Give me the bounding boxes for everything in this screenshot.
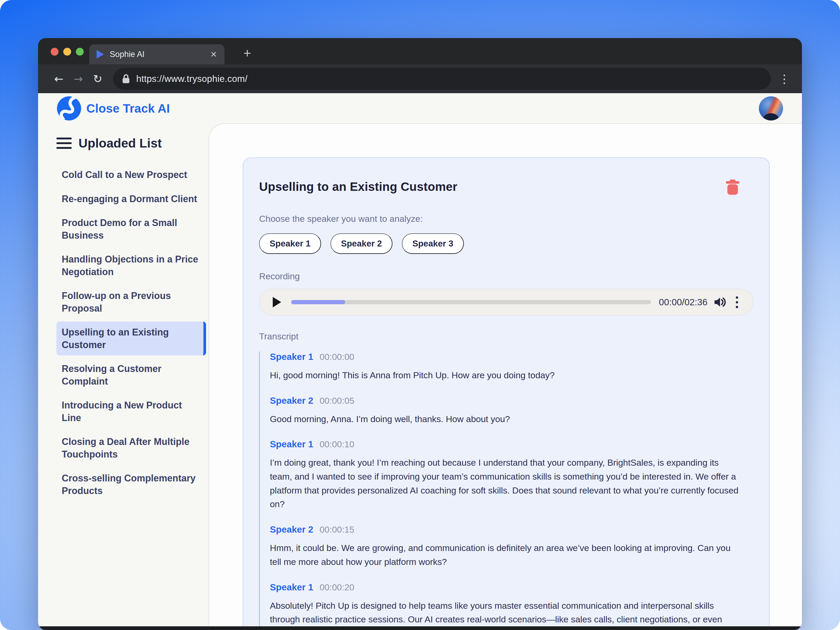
main-panel: Upselling to an Existing Customer Choose… <box>209 123 802 626</box>
forward-icon[interactable]: → <box>68 73 88 85</box>
transcript-entry: Speaker 1 00:00:10 I’m doing great, than… <box>270 439 753 511</box>
close-window-button[interactable] <box>51 48 58 56</box>
transcript: Speaker 1 00:00:00 Hi, good morning! Thi… <box>259 352 753 626</box>
transcript-speaker: Speaker 1 <box>270 352 313 362</box>
transcript-entry: Speaker 1 00:00:20 Absolutely! Pitch Up … <box>270 582 753 627</box>
transcript-text: Good morning, Anna. I’m doing well, than… <box>270 412 742 426</box>
user-avatar[interactable] <box>759 96 783 120</box>
sidebar-item[interactable]: Product Demo for a Small Business <box>57 212 206 246</box>
window-controls <box>51 48 84 56</box>
back-icon[interactable]: ← <box>49 73 68 85</box>
browser-tab-strip: Sophie AI ✕ + <box>38 38 802 64</box>
browser-toolbar: ← → ↻ https://www.trysophie.com/ ⋮ <box>38 64 802 93</box>
sidebar-item[interactable]: Re-engaging a Dormant Client <box>57 188 206 210</box>
uploaded-list: Cold Call to a New ProspectRe-engaging a… <box>57 164 206 501</box>
speaker-buttons: Speaker 1Speaker 2Speaker 3 <box>259 234 753 254</box>
speaker-button[interactable]: Speaker 2 <box>330 234 392 254</box>
sidebar-item[interactable]: Closing a Deal After Multiple Touchpoint… <box>57 431 206 465</box>
sidebar-item[interactable]: Introducing a New Product Line <box>57 395 206 428</box>
new-tab-button[interactable]: + <box>238 44 256 62</box>
reload-icon[interactable]: ↻ <box>88 73 107 85</box>
brand-logo-icon <box>57 96 81 120</box>
audio-player: 00:00/02:36 <box>259 289 753 316</box>
transcript-label: Transcript <box>259 331 753 341</box>
player-menu-icon[interactable] <box>736 296 738 308</box>
url-text: https://www.trysophie.com/ <box>136 74 248 84</box>
sidebar-item[interactable]: Resolving a Customer Complaint <box>57 358 206 392</box>
speaker-button[interactable]: Speaker 1 <box>259 234 321 254</box>
choose-speaker-label: Choose the speaker you want to analyze: <box>259 214 753 224</box>
volume-icon[interactable] <box>714 297 726 308</box>
transcript-timestamp: 00:00:15 <box>319 524 354 535</box>
minimize-window-button[interactable] <box>63 48 71 56</box>
play-icon[interactable] <box>273 297 281 307</box>
tab-title: Sophie AI <box>110 50 145 59</box>
transcript-timestamp: 00:00:20 <box>319 582 354 592</box>
playback-time: 00:00/02:36 <box>659 297 707 307</box>
tab-favicon-play-icon <box>96 50 104 58</box>
transcript-speaker: Speaker 1 <box>270 439 313 449</box>
transcript-entry: Speaker 2 00:00:05 Good morning, Anna. I… <box>270 395 753 426</box>
transcript-speaker: Speaker 1 <box>270 582 313 592</box>
transcript-entry: Speaker 2 00:00:15 Hmm, it could be. We … <box>270 524 753 568</box>
browser-window: Sophie AI ✕ + ← → ↻ https://www.trysophi… <box>38 38 802 630</box>
progress-fill <box>291 300 345 304</box>
uploaded-list-sidebar: Uploaded List Cold Call to a New Prospec… <box>38 123 209 626</box>
hamburger-menu-icon[interactable] <box>57 137 72 149</box>
app-header: Close Track AI <box>38 93 802 123</box>
transcript-text: Hi, good morning! This is Anna from Pitc… <box>270 368 742 382</box>
brand-name: Close Track AI <box>86 101 170 115</box>
transcript-text: Absolutely! Pitch Up is designed to help… <box>270 599 742 627</box>
lock-icon <box>122 74 130 84</box>
recording-card: Upselling to an Existing Customer Choose… <box>243 158 770 626</box>
sidebar-item[interactable]: Cross-selling Complementary Products <box>57 467 206 501</box>
browser-menu-icon[interactable]: ⋮ <box>778 72 791 85</box>
recording-title: Upselling to an Existing Customer <box>259 180 457 194</box>
sidebar-title: Uploaded List <box>79 136 162 150</box>
transcript-timestamp: 00:00:05 <box>319 396 354 406</box>
web-page: Close Track AI Uploaded List Cold Call t… <box>38 93 802 626</box>
sidebar-item[interactable]: Cold Call to a New Prospect <box>57 164 206 186</box>
screenshot: Sophie AI ✕ + ← → ↻ https://www.trysophi… <box>0 0 840 630</box>
browser-tab-sophie-ai[interactable]: Sophie AI ✕ <box>89 44 224 64</box>
transcript-entry: Speaker 1 00:00:00 Hi, good morning! Thi… <box>270 352 753 382</box>
seek-bar[interactable] <box>291 300 651 304</box>
tab-close-icon[interactable]: ✕ <box>210 50 217 59</box>
sidebar-item[interactable]: Upselling to an Existing Customer <box>57 322 206 355</box>
transcript-speaker: Speaker 2 <box>270 395 313 406</box>
brand-logo[interactable]: Close Track AI <box>57 96 170 120</box>
delete-recording-button trash-icon[interactable] <box>725 178 740 195</box>
speaker-button[interactable]: Speaker 3 <box>402 234 464 254</box>
transcript-text: I’m doing great, thank you! I’m reaching… <box>270 456 742 511</box>
transcript-speaker: Speaker 2 <box>270 524 313 535</box>
transcript-timestamp: 00:00:00 <box>319 352 354 362</box>
recording-label: Recording <box>259 271 753 281</box>
address-bar[interactable]: https://www.trysophie.com/ <box>113 68 771 90</box>
sidebar-item[interactable]: Handling Objections in a Price Negotiati… <box>57 249 206 283</box>
sidebar-item[interactable]: Follow-up on a Previous Proposal <box>57 285 206 319</box>
transcript-text: Hmm, it could be. We are growing, and co… <box>270 541 742 568</box>
transcript-timestamp: 00:00:10 <box>319 439 354 449</box>
zoom-window-button[interactable] <box>76 48 84 56</box>
